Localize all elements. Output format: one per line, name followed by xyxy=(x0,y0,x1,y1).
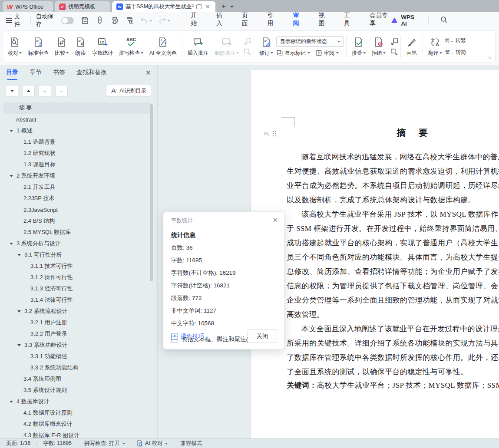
standard-review-button[interactable]: 标准审查 xyxy=(25,35,52,58)
toc-item[interactable]: 2 系统开发环境 xyxy=(0,170,154,181)
panel-tab-3[interactable]: 查找和替换 xyxy=(76,69,107,80)
tab-wps-office[interactable]: W WPS Office xyxy=(3,1,53,12)
toc-collapse-caret-icon[interactable] xyxy=(10,243,13,247)
toc-item[interactable]: 4.3 数据库 E-R 图设计 xyxy=(0,430,154,438)
toc-item[interactable]: 3.2.1 用户注册 xyxy=(0,317,154,328)
menu-tab-6[interactable]: 工具 xyxy=(344,10,355,31)
review-panes-button[interactable]: 审阅 xyxy=(315,49,339,57)
translate-button[interactable]: 文A 翻译 xyxy=(425,35,445,58)
save-button[interactable] xyxy=(81,16,89,25)
redo-button[interactable] xyxy=(158,16,170,25)
proofing-button[interactable]: 校对 xyxy=(5,35,25,58)
menu-tab-1[interactable]: 插入 xyxy=(216,10,227,31)
toc-item[interactable]: 3 系统分析与设计 xyxy=(0,238,154,249)
toc-item[interactable]: 4.1 数据库设计原则 xyxy=(0,407,154,418)
menu-tab-4[interactable]: 审阅 xyxy=(292,10,304,31)
toc-collapse-caret-icon[interactable] xyxy=(10,130,13,134)
toc-item[interactable]: 1.2 研究现状 xyxy=(0,148,154,159)
toc-item[interactable]: 2.5 MYSQL 数据库 xyxy=(0,227,154,238)
toc-item[interactable]: 3.4 系统用例图 xyxy=(0,373,154,385)
toc-item[interactable]: 3.5 系统设计规则 xyxy=(0,385,154,396)
toc-item[interactable]: 1.3 课题目标 xyxy=(0,159,154,170)
word-count-indicator[interactable]: 字数: 11695 xyxy=(43,440,72,447)
toc-collapse-caret-icon[interactable] xyxy=(10,401,13,405)
accept-change-button[interactable]: 接受 xyxy=(349,35,369,58)
page-indicator[interactable]: 页面: 1/36 xyxy=(6,440,30,447)
ai-polish-button[interactable]: AI 全文润色 xyxy=(146,35,180,58)
toc-item[interactable]: 3.1.3 经济可行性 xyxy=(0,283,154,294)
markup-state-dropdown[interactable]: 显示标记的最终状态 xyxy=(276,36,344,47)
ribbon-expand-icon[interactable]: ⇘ xyxy=(488,55,492,60)
toc-item[interactable]: 2.2JSP 技术 xyxy=(0,193,154,204)
detach-window-icon[interactable] xyxy=(196,4,202,9)
reject-change-button[interactable]: 拒绝 xyxy=(369,35,389,58)
wps-ai-button[interactable]: WPS AI xyxy=(390,14,417,27)
show-markup-button[interactable]: 显示标记 xyxy=(276,49,310,57)
toc-item[interactable]: 3.1.1 技术可行性 xyxy=(0,260,154,272)
export-pdf-button[interactable] xyxy=(96,16,104,25)
search-icon[interactable] xyxy=(440,16,448,25)
toc-collapse-caret-icon[interactable] xyxy=(17,310,21,314)
toc-item[interactable]: Abstract xyxy=(0,114,154,125)
toc-collapse-caret-icon[interactable] xyxy=(17,344,21,348)
toc-item[interactable]: 3.3.1 功能概述 xyxy=(0,351,154,362)
menu-tab-7[interactable]: 会员专享 xyxy=(369,10,391,31)
ai-recognize-toc-button[interactable]: AI识别目录 xyxy=(106,85,151,97)
undo-button[interactable] xyxy=(140,16,152,25)
close-button[interactable]: 关闭 xyxy=(248,329,277,343)
document-page[interactable]: H₁ 摘 要 随着互联网技术的迅猛发展，网络在高校大学生群体中的普及程生对便捷、… xyxy=(251,70,499,438)
menu-tab-0[interactable]: 开始 xyxy=(190,10,202,31)
previous-comment-icon[interactable] xyxy=(244,38,251,45)
panel-scrollbar[interactable] xyxy=(150,104,153,281)
panel-tab-2[interactable]: 书签 xyxy=(53,69,65,80)
next-comment-icon[interactable] xyxy=(244,48,251,55)
previous-change-icon[interactable] xyxy=(390,38,398,45)
to-traditional-button[interactable]: 简→ 转繁 xyxy=(445,37,466,44)
spell-check-button[interactable]: ABC 拼写检查 xyxy=(116,35,146,58)
menu-tab-5[interactable]: 视图 xyxy=(318,10,329,31)
promote-heading-button[interactable]: + xyxy=(39,85,51,97)
toc-item[interactable]: 3.1.2 操作可行性 xyxy=(0,272,154,283)
collapse-heading-button[interactable] xyxy=(6,85,18,97)
read-aloud-button[interactable]: 朗读 xyxy=(72,35,89,58)
ink-pen-button[interactable]: 画笔 xyxy=(403,35,420,58)
toc-collapse-caret-icon[interactable] xyxy=(17,254,21,258)
panel-close-icon[interactable]: ✕ xyxy=(145,69,151,77)
menu-tab-3[interactable]: 引用 xyxy=(267,10,278,31)
word-count-button[interactable]: 12 字数统计 xyxy=(89,35,116,58)
toc-item[interactable]: 2.3JavaScript xyxy=(0,204,154,215)
toc-item[interactable]: 3.2 系统流程设计 xyxy=(0,306,154,317)
toc-item[interactable]: 1 概述 xyxy=(0,125,154,136)
track-changes-button[interactable]: 修订 xyxy=(256,35,276,58)
next-change-icon[interactable] xyxy=(390,48,398,55)
print-preview-button[interactable] xyxy=(125,16,134,25)
tab-close-icon[interactable]: ✕ xyxy=(205,3,211,10)
panel-tab-1[interactable]: 章节 xyxy=(30,69,42,80)
toc-item[interactable]: 2.1 开发工具 xyxy=(0,181,154,193)
menu-tab-2[interactable]: 页面 xyxy=(241,10,253,31)
tips-link[interactable]: 操作技巧 xyxy=(171,333,204,340)
toc-item[interactable]: 1.1 选题背景 xyxy=(0,136,154,148)
tab-template-store[interactable]: 找稻壳模板 xyxy=(55,1,110,12)
delete-comment-button[interactable]: 删除批注 xyxy=(211,35,242,58)
autosave-toggle[interactable] xyxy=(61,17,74,24)
toc-item[interactable]: 3.3 系统功能设计 xyxy=(0,339,154,351)
toc-item[interactable]: 3.2.2 用户登录 xyxy=(0,328,154,339)
expand-heading-button[interactable] xyxy=(22,85,35,97)
toc-item[interactable]: 3.1.4 法律可行性 xyxy=(0,294,154,306)
tab-list-caret-icon[interactable] xyxy=(230,6,234,10)
toc-item[interactable]: 2.4 B/S 结构 xyxy=(0,215,154,227)
insert-comment-button[interactable]: 插入批注 xyxy=(185,35,211,58)
toc-item[interactable]: 3.1 可行性分析 xyxy=(0,249,154,260)
spell-check-status[interactable]: 拼写检查: 打开 xyxy=(84,440,125,447)
toc-item[interactable]: 4 数据库设计 xyxy=(0,396,154,407)
compare-button[interactable]: 比较 xyxy=(52,35,72,58)
toc-item[interactable]: 摘 要 xyxy=(3,102,150,114)
new-tab-button[interactable]: + xyxy=(221,2,226,11)
to-simplified-button[interactable]: 繁→ 转简 xyxy=(445,49,466,56)
demote-heading-button[interactable]: − xyxy=(55,85,68,97)
print-button[interactable] xyxy=(110,16,119,25)
panel-tab-0[interactable]: 目录 xyxy=(6,69,18,80)
dialog-close-icon[interactable]: ✕ xyxy=(272,216,278,224)
ai-proof-status[interactable]: AI 校对 xyxy=(136,440,168,447)
